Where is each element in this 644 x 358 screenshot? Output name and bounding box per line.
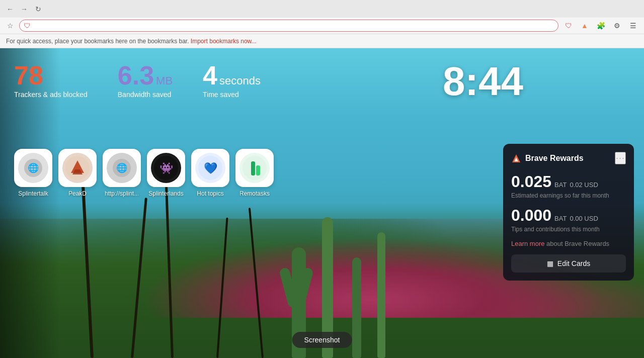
nav-bar: ☆ 🛡 🛡 ▲ 🧩 ⚙ ☰ [0,18,644,34]
rewards-title: Brave Rewards [511,153,584,163]
clock: 8:44 [443,58,523,105]
svg-text:🌐: 🌐 [116,162,128,173]
bookmark-icon-hot: 💙 [191,149,229,187]
stats-section: 78 Trackers & ads blocked 6.3MB Bandwidt… [14,62,261,99]
remotasks-icon [239,153,270,183]
bookmark-label-hot: Hot topics [197,190,223,197]
bookmark-hot-topics[interactable]: 💙 Hot topics [191,149,229,197]
splinterlands-icon: 👾 [151,153,181,183]
address-bar[interactable]: 🛡 [19,20,558,32]
browser-chrome: ← → ↻ ☆ 🛡 🛡 ▲ 🧩 ⚙ ☰ [0,0,644,34]
tips-amount: 0.000 BAT 0.00 USD [511,206,626,225]
bookmarks-text: For quick access, place your bookmarks h… [6,38,189,45]
earnings-bat: BAT [554,181,567,189]
settings-icon[interactable]: ⚙ [610,19,624,33]
bookmark-icon-splinterlands: 👾 [147,149,185,187]
trackers-stat: 78 Trackers & ads blocked [14,62,88,99]
edit-cards-icon: ▦ [547,259,553,267]
earnings-number: 0.025 [511,172,551,191]
tips-usd: 0.00 USD [570,215,598,222]
reload-button[interactable]: ↻ [32,3,44,15]
tips-bat: BAT [554,215,567,222]
time-stat: 4 seconds Time saved [203,62,261,99]
bookmark-icon-http: 🌐 [103,149,141,187]
bookmark-splinterlands[interactable]: 👾 Splinterlands [147,149,185,197]
brave-shield-icon[interactable]: 🛡 [561,19,576,33]
brave-rewards-icon[interactable]: ▲ [578,19,592,33]
bookmarks-grid: 🌐 Splintertalk PeakD [14,149,274,197]
svg-text:💙: 💙 [204,161,218,175]
earnings-amount: 0.025 BAT 0.02 USD [511,172,626,191]
svg-rect-13 [256,165,260,175]
bandwidth-number: 6.3MB [118,62,173,88]
bookmark-http-splint[interactable]: 🌐 http://splint... [103,149,141,197]
toolbar-icons: 🛡 ▲ 🧩 ⚙ ☰ [561,19,640,33]
menu-icon[interactable]: ☰ [626,19,640,33]
address-input[interactable] [33,22,554,30]
peakd-icon [62,153,93,183]
bookmark-remotasks[interactable]: Remotasks [235,149,274,197]
back-button[interactable]: ← [4,3,16,15]
rewards-header: Brave Rewards ··· [511,152,626,164]
http-icon: 🌐 [107,153,137,183]
tab-bar: ← → ↻ [0,0,644,18]
bandwidth-label: Bandwidth saved [118,91,173,99]
trackers-label: Trackers & ads blocked [14,91,88,99]
bookmark-icon-peakd [58,149,97,187]
import-bookmarks-link[interactable]: Import bookmarks now... [191,38,257,45]
bookmark-button[interactable]: ☆ [4,20,16,32]
svg-text:👾: 👾 [159,161,174,175]
main-content: 78 Trackers & ads blocked 6.3MB Bandwidt… [0,48,644,358]
bookmarks-bar: For quick access, place your bookmarks h… [0,34,644,48]
brave-triangle-icon [511,153,521,163]
learn-more-link[interactable]: Learn more [511,240,544,247]
learn-more-text: about Brave Rewards [546,240,609,247]
tips-desc: Tips and contributions this month [511,226,626,233]
time-label: Time saved [203,91,261,99]
earnings-usd: 0.02 USD [570,181,598,189]
bookmark-label-remotasks: Remotasks [239,190,270,197]
svg-text:🌐: 🌐 [28,162,39,173]
bookmark-label-http: http://splint... [105,190,139,197]
bookmark-peakd[interactable]: PeakD [58,149,97,197]
bookmark-icon-splintertalk: 🌐 [14,149,52,187]
svg-rect-12 [251,161,255,175]
trackers-count: 78 [14,62,88,88]
bookmark-label-splintertalk: Splintertalk [18,190,48,197]
bookmark-splintertalk[interactable]: 🌐 Splintertalk [14,149,52,197]
bookmark-icon-remotasks [235,149,274,187]
time-number: 4 seconds [203,62,261,88]
edit-cards-button[interactable]: ▦ Edit Cards [511,254,626,273]
hot-icon: 💙 [195,153,225,183]
bandwidth-stat: 6.3MB Bandwidth saved [118,62,173,99]
learn-more-section: Learn more about Brave Rewards [511,240,626,247]
bookmark-label-splinterlands: Splinterlands [148,190,183,197]
tips-number: 0.000 [511,206,551,225]
earnings-stat: 0.025 BAT 0.02 USD Estimated earnings so… [511,172,626,199]
screenshot-button[interactable]: Screenshot [292,332,352,348]
brave-rewards-card: Brave Rewards ··· 0.025 BAT 0.02 USD Est… [503,144,634,281]
splinter-icon: 🌐 [18,153,48,183]
bookmark-label-peakd: PeakD [68,190,87,197]
more-options-button[interactable]: ··· [615,152,626,164]
earnings-desc: Estimated earnings so far this month [511,192,626,199]
extensions-icon[interactable]: 🧩 [594,19,608,33]
forward-button[interactable]: → [18,3,30,15]
tips-stat: 0.000 BAT 0.00 USD Tips and contribution… [511,206,626,233]
shield-icon: 🛡 [24,22,31,30]
